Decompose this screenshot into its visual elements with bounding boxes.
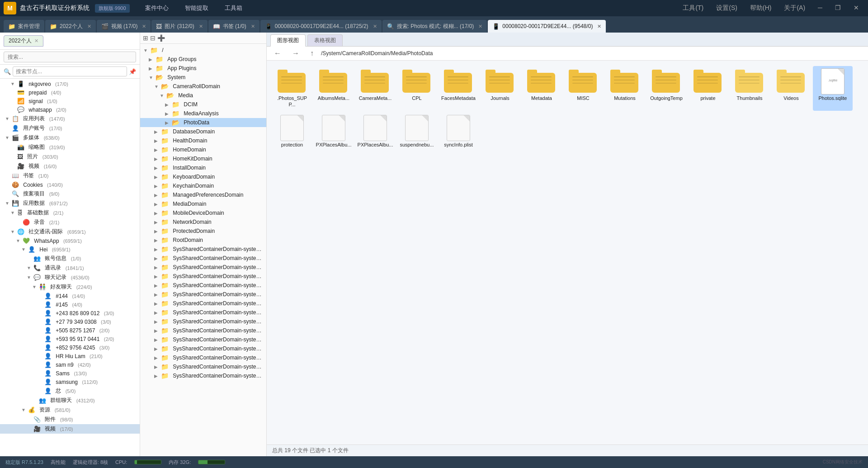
sidebar-tree-item[interactable]: ▼📱 nkgovreo (17/0) — [0, 80, 140, 88]
tab-bookmark[interactable]: 📖 书签 (1/0) ✕ — [208, 20, 259, 33]
filetree-item[interactable]: ▶📂 PhotoData — [140, 118, 266, 127]
filetree-item[interactable]: ▶📁 InstallDomain — [140, 163, 266, 172]
minimize-button[interactable]: ─ — [812, 2, 828, 14]
sidebar-tree-item[interactable]: 🖼 照片 (303/0) — [0, 152, 140, 161]
grid-item-albumsmeta[interactable]: AlbumsMeta... — [314, 66, 354, 111]
sidebar-tree-item[interactable]: 🎥 视频 (16/0) — [0, 161, 140, 171]
filetree-item[interactable]: ▶📁 SysSharedContainerDomain-systemgroup.… — [140, 308, 266, 317]
sidebar-tree-item[interactable]: 👤 用户账号 (17/0) — [0, 123, 140, 133]
sidebar-tree-item[interactable]: 👤 HR Hiu Lam (21/0) — [0, 352, 140, 360]
grid-item-syncinfo_plist[interactable]: syncInfo.plist — [439, 113, 478, 151]
tab-close-bookmark[interactable]: ✕ — [251, 24, 255, 29]
grid-item-pxplacesalbu2[interactable]: PXPlacesAlbu... — [355, 113, 395, 151]
filetree-item[interactable]: ▶📁 MediaDomain — [140, 199, 266, 208]
filetree-item[interactable]: ▶📁 MediaAnalysis — [140, 109, 266, 118]
sidebar-tree-item[interactable]: 📸 缩略图 (319/0) — [0, 142, 140, 152]
sidebar-tree-item[interactable]: ▼📋 应用列表 (147/0) — [0, 114, 140, 123]
sidebar-tree-item[interactable]: ▼💾 应用数据 (6971/2) — [0, 199, 140, 208]
tab-close-search[interactable]: ✕ — [478, 24, 482, 29]
tab-close-video[interactable]: ✕ — [142, 24, 146, 29]
sidebar-tree-item[interactable]: 👤 Sams (13/0) — [0, 369, 140, 378]
sidebar-tree-item[interactable]: 👤 忿 (5/0) — [0, 386, 140, 396]
filetree-item[interactable]: ▼📁 / — [140, 46, 266, 55]
up-button[interactable]: ↑ — [307, 48, 317, 58]
grid-item-camerameta[interactable]: CameraMeta... — [355, 66, 395, 111]
sidebar-tree-item[interactable]: 👥 账号信息 (1/0) — [0, 254, 140, 263]
sidebar-tree-item[interactable]: 🔴 录音 (2/1) — [0, 217, 140, 227]
add-node-icon[interactable]: ➕ — [157, 34, 165, 42]
filetree-item[interactable]: ▶📁 RootDomain — [140, 236, 266, 245]
filetree-item[interactable]: ▶📁 SysSharedContainerDomain-systemgroup.… — [140, 344, 266, 353]
sidebar-tree-item[interactable]: 💳 prepaid (4/0) — [0, 88, 140, 97]
tab-2022[interactable]: 📁 2022个人 ✕ — [45, 20, 96, 33]
tab-case-mgmt[interactable]: 📁 案件管理 — [4, 20, 44, 33]
sidebar-tree-item[interactable]: ▼🌐 社交通讯-国际 (6959/1) — [0, 227, 140, 236]
sidebar-tree-item[interactable]: 💬 whatsapp (2/0) — [0, 105, 140, 114]
tab-graphic-view[interactable]: 图形视图 — [270, 34, 306, 47]
nav-smart-extract[interactable]: 智能提取 — [177, 1, 217, 15]
filetree-item[interactable]: ▶📁 SysSharedContainerDomain-systemgroup.… — [140, 272, 266, 281]
grid-item-photos_supp[interactable]: .Photos_SUPP... — [272, 66, 312, 111]
expand-all-icon[interactable]: ⊞ — [143, 34, 148, 42]
filetree-item[interactable]: ▶📁 App Groups — [140, 55, 266, 64]
tools-menu[interactable]: 工具(T) — [677, 2, 709, 14]
filetree-item[interactable]: ▶📁 SysSharedContainerDomain-systemgroup.… — [140, 290, 266, 299]
tab-table-view[interactable]: 表格视图 — [307, 34, 343, 46]
pin-icon[interactable]: 📌 — [129, 68, 136, 75]
filetree-item[interactable]: ▶📁 SysSharedContainerDomain-systemgroup.… — [140, 299, 266, 308]
filetree-item[interactable]: ▶📁 ManagedPreferencesDomain — [140, 190, 266, 199]
sidebar-tree-item[interactable]: 👤 +593 95 917 0441 (2/0) — [0, 335, 140, 343]
close-button[interactable]: ✕ — [848, 2, 864, 14]
back-button[interactable]: ← — [270, 48, 285, 58]
filetree-item[interactable]: ▶📁 SysSharedContainerDomain-systemgroup.… — [140, 245, 266, 254]
filetree-item[interactable]: ▶📁 ProtectedDomain — [140, 227, 266, 236]
sidebar-tree-item[interactable]: ▼🎬 多媒体 (638/0) — [0, 133, 140, 142]
sidebar-tree-item[interactable]: 👤 +27 79 349 0308 (3/0) — [0, 317, 140, 326]
tab-close-uuid1[interactable]: ✕ — [373, 24, 377, 29]
sidebar-tree-item[interactable]: 👥 群组聊天 (4312/0) — [0, 396, 140, 405]
grid-item-protection[interactable]: protection — [272, 113, 312, 151]
sidebar-tree-item[interactable]: 🎥 视频 (17/0) — [0, 424, 140, 434]
filetree-item[interactable]: ▶📁 SysSharedContainerDomain-systemgroup.… — [140, 326, 266, 335]
node-search-input[interactable] — [13, 66, 127, 76]
filetree-item[interactable]: ▶📁 MobileDeviceDomain — [140, 208, 266, 217]
grid-item-cpl[interactable]: CPL — [397, 66, 437, 111]
tab-search[interactable]: 🔍 搜索: Photos 模式: 模糊... (17/0) ✕ — [382, 20, 487, 33]
filetree-item[interactable]: ▶📁 SysSharedContainerDomain-systemgroup.… — [140, 281, 266, 290]
sidebar-tree-item[interactable]: 👤 +852 9756 4245 (3/0) — [0, 343, 140, 352]
tab-uuid1[interactable]: 📱 00008020-00017D9E2E44... (18725/2) ✕ — [260, 20, 382, 33]
case-tab-close[interactable]: ✕ — [34, 38, 38, 44]
sidebar-tree-item[interactable]: 👤 #145 (4/0) — [0, 300, 140, 309]
grid-item-suspendnebu[interactable]: suspendnebu... — [397, 113, 437, 151]
tab-photo[interactable]: 🖼 图片 (312/0) ✕ — [151, 20, 207, 33]
sidebar-tree-item[interactable]: ▼🗄 基础数据 (2/1) — [0, 208, 140, 217]
grid-item-mutations[interactable]: Mutations — [605, 66, 645, 111]
about-menu[interactable]: 关于(A) — [778, 2, 811, 14]
filetree-item[interactable]: ▶📁 SysSharedContainerDomain-systemgroup.… — [140, 254, 266, 263]
filetree-item[interactable]: ▶📁 DCIM — [140, 100, 266, 109]
search-input[interactable] — [4, 52, 136, 62]
filetree-item[interactable]: ▶📁 SysSharedContainerDomain-systemgroup.… — [140, 263, 266, 272]
grid-item-facesmetadata[interactable]: FacesMetadata — [439, 66, 478, 111]
grid-item-videos[interactable]: Videos — [771, 66, 811, 111]
filetree-item[interactable]: ▶📁 KeychainDomain — [140, 181, 266, 190]
collapse-all-icon[interactable]: ⊟ — [150, 34, 156, 42]
filetree-item[interactable]: ▶📁 HealthDomain — [140, 136, 266, 145]
filetree-item[interactable]: ▼📂 System — [140, 73, 266, 82]
settings-menu[interactable]: 设置(S) — [711, 2, 743, 14]
grid-item-private[interactable]: private — [688, 66, 728, 111]
sidebar-tree-item[interactable]: 🍪 Cookies (140/0) — [0, 180, 140, 189]
sidebar-tree-item[interactable]: 👤 +243 826 809 012 (3/0) — [0, 309, 140, 317]
sidebar-tree-item[interactable]: ▼💚 WhatsApp (6959/1) — [0, 236, 140, 245]
sidebar-tree-item[interactable]: ▼💬 聊天记录 (4536/0) — [0, 273, 140, 282]
sidebar-tree-item[interactable]: 👤 #144 (14/0) — [0, 292, 140, 300]
sidebar-tree-item[interactable]: ▼👤 Hei (6959/1) — [0, 245, 140, 254]
sidebar-tree-item[interactable]: 📎 附件 (98/0) — [0, 415, 140, 424]
tab-uuid2[interactable]: 📱 00008020-00017D9E2E44... (9548/0) ✕ — [488, 20, 606, 33]
nav-case-center[interactable]: 案件中心 — [137, 1, 177, 15]
sidebar-tree-item[interactable]: 👤 samsung (112/0) — [0, 378, 140, 386]
filetree-item[interactable]: ▶📁 SysSharedContainerDomain-systemgroup.… — [140, 371, 266, 380]
filetree-item[interactable]: ▶📁 SysSharedContainerDomain-systemgroup.… — [140, 317, 266, 326]
case-tab[interactable]: 2022个人 ✕ — [4, 35, 43, 47]
tab-video[interactable]: 🎬 视频 (17/0) ✕ — [97, 20, 151, 33]
